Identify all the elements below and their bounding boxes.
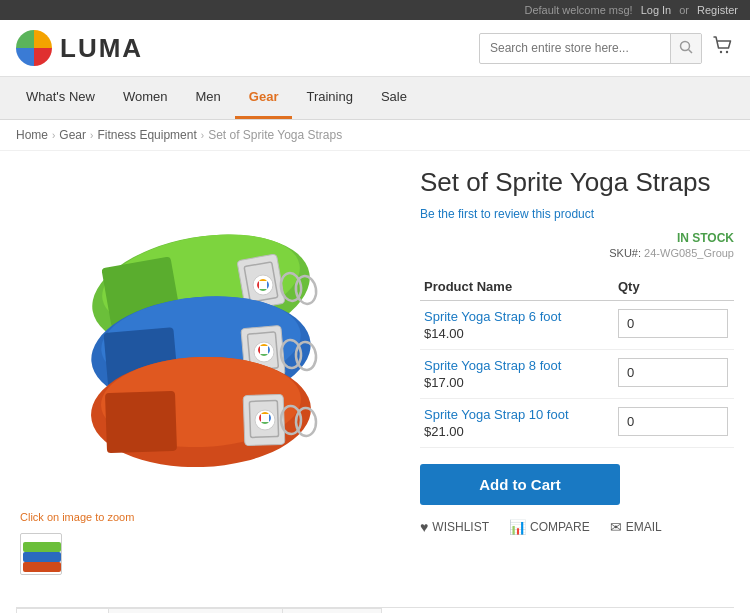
search-button[interactable] [670,34,701,63]
breadcrumb-gear[interactable]: Gear [59,128,86,142]
product-info: Set of Sprite Yoga Straps Be the first t… [420,167,734,575]
table-row: Sprite Yoga Strap 10 foot $21.00 [420,399,734,448]
svg-rect-22 [105,391,177,453]
tab-details[interactable]: Details [16,608,109,613]
welcome-message: Default welcome msg! [524,4,632,16]
svg-point-9 [253,275,273,295]
qty-cell-1 [614,350,734,399]
svg-rect-28 [23,542,61,552]
wishlist-link[interactable]: ♥ WISHLIST [420,519,489,535]
nav-men[interactable]: Men [182,77,235,119]
nav-women[interactable]: Women [109,77,182,119]
breadcrumb: Home › Gear › Fitness Equipment › Set of… [0,120,750,151]
thumbnail-list [16,533,396,575]
variant-name-2: Sprite Yoga Strap 10 foot [424,407,610,422]
wishlist-label: WISHLIST [432,520,489,534]
svg-line-1 [689,49,693,53]
top-bar: Default welcome msg! Log In or Register [0,0,750,20]
col-header-product-name: Product Name [420,273,614,301]
review-link[interactable]: Be the first to review this product [420,207,594,221]
variant-name-1: Sprite Yoga Strap 8 foot [424,358,610,373]
variant-price-0: $14.00 [424,326,610,341]
nav-whats-new[interactable]: What's New [12,77,109,119]
svg-rect-29 [23,552,61,562]
action-links: ♥ WISHLIST 📊 COMPARE ✉ EMAIL [420,519,734,535]
qty-input-2[interactable] [618,407,728,436]
stock-status: IN STOCK [677,231,734,245]
tabs-container: Details Additional Information Reviews [0,607,750,613]
heart-icon: ♥ [420,519,428,535]
breadcrumb-current: Set of Sprite Yoga Straps [208,128,342,142]
login-link[interactable]: Log In [641,4,672,16]
compare-icon: 📊 [509,519,526,535]
qty-cell-2 [614,399,734,448]
sku-label: SKU#: [609,247,641,259]
compare-link[interactable]: 📊 COMPARE [509,519,590,535]
main-content: Click on image to zoom Set of Sprite Yog… [0,151,750,591]
qty-input-1[interactable] [618,358,728,387]
email-icon: ✉ [610,519,622,535]
breadcrumb-sep-1: › [52,130,55,141]
tab-additional-info[interactable]: Additional Information [108,608,284,613]
cart-icon[interactable] [712,35,734,62]
svg-rect-30 [23,562,61,572]
table-row: Sprite Yoga Strap 6 foot $14.00 [420,301,734,350]
email-label: EMAIL [626,520,662,534]
product-variant-cell-0: Sprite Yoga Strap 6 foot $14.00 [420,301,614,350]
header-right [479,33,734,64]
navigation: What's New Women Men Gear Training Sale [0,77,750,120]
add-to-cart-button[interactable]: Add to Cart [420,464,620,505]
search-box [479,33,702,64]
qty-input-0[interactable] [618,309,728,338]
nav-training[interactable]: Training [292,77,366,119]
header: LUMA [0,20,750,77]
breadcrumb-home[interactable]: Home [16,128,48,142]
zoom-hint[interactable]: Click on image to zoom [16,511,396,523]
tab-reviews[interactable]: Reviews [282,608,381,613]
yoga-straps-svg [51,182,351,492]
logo-text: LUMA [60,33,143,64]
col-header-qty: Qty [614,273,734,301]
product-title: Set of Sprite Yoga Straps [420,167,734,198]
register-link[interactable]: Register [697,4,738,16]
svg-point-2 [720,50,722,52]
breadcrumb-fitness[interactable]: Fitness Equipment [97,128,196,142]
logo-icon [16,30,52,66]
product-main-image[interactable] [16,167,386,507]
nav-sale[interactable]: Sale [367,77,421,119]
breadcrumb-sep-3: › [201,130,204,141]
sku-row: SKU#: 24-WG085_Group [420,247,734,259]
or-separator: or [679,4,689,16]
search-input[interactable] [480,35,670,61]
breadcrumb-sep-2: › [90,130,93,141]
sku-value: 24-WG085_Group [644,247,734,259]
product-variants-table: Product Name Qty Sprite Yoga Strap 6 foo… [420,273,734,448]
qty-cell-0 [614,301,734,350]
svg-point-3 [726,50,728,52]
svg-point-0 [681,41,690,50]
nav-gear[interactable]: Gear [235,77,293,119]
product-variant-cell-1: Sprite Yoga Strap 8 foot $17.00 [420,350,614,399]
compare-label: COMPARE [530,520,590,534]
email-link[interactable]: ✉ EMAIL [610,519,662,535]
product-image-area: Click on image to zoom [16,167,396,575]
variant-price-2: $21.00 [424,424,610,439]
table-row: Sprite Yoga Strap 8 foot $17.00 [420,350,734,399]
variant-name-0: Sprite Yoga Strap 6 foot [424,309,610,324]
product-tabs: Details Additional Information Reviews [16,607,734,613]
stock-row: IN STOCK [420,231,734,245]
logo[interactable]: LUMA [16,30,143,66]
product-variant-cell-2: Sprite Yoga Strap 10 foot $21.00 [420,399,614,448]
thumbnail-1[interactable] [20,533,62,575]
variant-price-1: $17.00 [424,375,610,390]
